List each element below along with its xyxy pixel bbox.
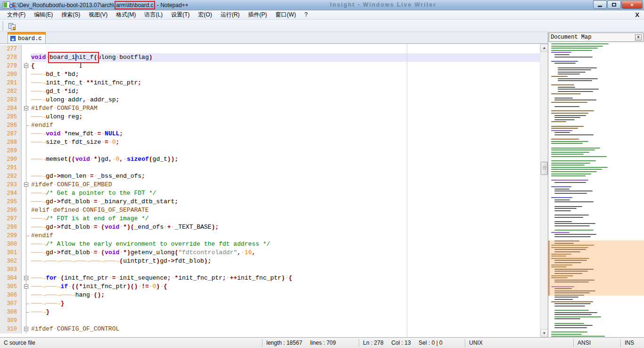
menu-item[interactable]: 插件(P) [244, 10, 271, 19]
fold-margin[interactable] [22, 104, 31, 113]
code-text: ───→───→if·((*init_fnc_ptr)()·!=·0)·{ [31, 282, 540, 291]
status-insert-mode[interactable]: INS [620, 339, 644, 347]
map-mini-line [550, 124, 643, 124]
scroll-down-arrow[interactable]: ▼ [540, 329, 548, 337]
map-mini-line [554, 299, 573, 300]
zoom-in-button[interactable]: + [7, 0, 17, 2]
code-text: #ifdef·CONFIG_PRAM [31, 104, 540, 113]
fold-margin[interactable] [22, 62, 31, 70]
maximize-button[interactable] [607, 0, 621, 9]
fold-margin[interactable] [22, 325, 31, 333]
code-editor[interactable]: 277278void·board_init_f(ulong·bootflag)2… [0, 44, 548, 337]
code-line-310[interactable]: 310#ifdef·CONFIG_OF_CONTROL [0, 325, 540, 333]
map-mini-line [558, 72, 586, 73]
map-mini-line [554, 223, 595, 224]
code-line-285[interactable]: 285───→ulong·reg; [0, 113, 540, 121]
code-line-290[interactable]: 290───→memset((void·*)gd,·0,·sizeof(gd_t… [0, 155, 540, 164]
map-mini-line [558, 78, 598, 79]
code-line-303[interactable]: 303 [0, 265, 540, 274]
menu-item[interactable]: 窗口(W) [271, 10, 300, 19]
line-number: 296 [0, 206, 22, 215]
document-map-body[interactable] [548, 42, 644, 337]
zoom-out-button[interactable]: − [7, 2, 17, 12]
code-line-301[interactable]: 301───→gd->fdt_blob·=·(void·*)getenv_ulo… [0, 249, 540, 257]
code-line-286[interactable]: 286#endif [0, 121, 540, 130]
scrollbar-thumb[interactable] [541, 162, 548, 175]
map-mini-line [551, 154, 584, 155]
map-mini-line [554, 297, 578, 298]
code-text [31, 147, 540, 155]
scroll-up-arrow[interactable]: ▲ [540, 44, 548, 52]
code-line-291[interactable]: 291 [0, 164, 540, 172]
code-line-308[interactable]: 308───→} [0, 308, 540, 316]
menu-item[interactable]: 搜索(S) [57, 10, 84, 19]
map-mini-line [551, 50, 592, 51]
menu-item[interactable]: ? [300, 10, 312, 19]
code-line-283[interactable]: 283───→ulong·addr,·addr_sp; [0, 96, 540, 104]
document-map-viewport[interactable] [548, 240, 644, 296]
code-line-297[interactable]: 297───→/* FDT is at end of image */ [0, 215, 540, 223]
fold-margin[interactable] [22, 181, 31, 189]
menu-item[interactable]: 语言(L) [140, 10, 167, 19]
vertical-scrollbar[interactable]: ▲ ▼ [540, 44, 548, 337]
code-line-304[interactable]: 304───→for·(init_fnc_ptr·=·init_sequence… [0, 274, 540, 282]
code-line-289[interactable]: 289 [0, 147, 540, 155]
code-text: { [31, 62, 540, 70]
code-line-282[interactable]: 282───→gd_t·*id; [0, 87, 540, 96]
line-number: 286 [0, 121, 22, 130]
fold-margin [22, 206, 31, 215]
menu-item[interactable]: 设置(T) [167, 10, 194, 19]
code-line-299[interactable]: 299#endif [0, 232, 540, 240]
code-line-280[interactable]: 280───→bd_t·*bd; [0, 70, 540, 79]
close-button[interactable]: × [621, 0, 643, 9]
code-line-298[interactable]: 298───→gd->fdt_blob·=·(void·*)(_end_ofs·… [0, 223, 540, 232]
code-line-294[interactable]: 294───→/* Get a pointer to the FDT */ [0, 189, 540, 198]
map-mini-line [551, 48, 598, 49]
code-line-302[interactable]: 302───→───→───→───→───→───→(uintptr_t)gd… [0, 257, 540, 265]
code-line-293[interactable]: 293#ifdef·CONFIG_OF_EMBED [0, 181, 540, 189]
map-mini-line [554, 323, 584, 324]
toolbar: +--✂↶↷ab+−↩¶ϟ✎●■▶▶▶ABC∞ABC✓ [0, 20, 644, 32]
code-text: ───→/* Allow the early environment to ov… [31, 240, 540, 249]
code-line-287[interactable]: 287───→void·*new_fdt·=·NULL; [0, 130, 540, 138]
map-mini-line [550, 145, 643, 146]
code-line-306[interactable]: 306───→───→───→hang·(); [0, 291, 540, 299]
fold-margin[interactable] [22, 282, 31, 291]
document-map-close-button[interactable]: x [635, 34, 642, 41]
code-text: ───→gd_t·*id; [31, 87, 540, 96]
map-mini-line [554, 106, 579, 107]
code-text: ───→ulong·addr,·addr_sp; [31, 96, 540, 104]
fold-margin[interactable] [22, 274, 31, 282]
code-line-296[interactable]: 296#elif·defined·CONFIG_OF_SEPARATE [0, 206, 540, 215]
menu-item[interactable]: 运行(R) [216, 10, 244, 19]
fold-margin [22, 299, 31, 308]
code-line-281[interactable]: 281───→init_fnc_t·**init_fnc_ptr; [0, 79, 540, 87]
status-bar: C source file length : 18567 lines : 709… [0, 337, 644, 348]
code-line-309[interactable]: 309 [0, 316, 540, 325]
code-line-284[interactable]: 284#ifdef·CONFIG_PRAM [0, 104, 540, 113]
minimize-button[interactable] [593, 0, 607, 9]
tab-board.c[interactable]: board.c [8, 33, 46, 43]
code-text [31, 164, 540, 172]
fold-margin [22, 265, 31, 274]
code-line-288[interactable]: 288───→size_t·fdt_size·=·0; [0, 138, 540, 147]
map-mini-line [550, 137, 643, 138]
close-document-button[interactable]: X [635, 11, 639, 18]
code-line-295[interactable]: 295───→gd->fdt_blob·=·_binary_dt_dtb_sta… [0, 198, 540, 206]
map-mini-line [550, 219, 643, 220]
menu-item[interactable]: 视图(V) [84, 10, 112, 19]
code-text: void·board_init_f(ulong·bootflag) [31, 53, 540, 62]
menu-item[interactable]: 编辑(E) [30, 10, 57, 19]
map-mini-line [551, 148, 600, 149]
code-line-307[interactable]: 307───→───→} [0, 299, 540, 308]
code-text: #endif [31, 121, 540, 130]
code-line-300[interactable]: 300───→/* Allow the early environment to… [0, 240, 540, 249]
status-eol-format[interactable]: UNIX [465, 339, 573, 347]
menu-item[interactable]: 宏(O) [194, 10, 216, 19]
status-encoding[interactable]: ANSI [573, 339, 620, 347]
map-mini-line [551, 167, 608, 168]
menu-item[interactable]: 格式(M) [112, 10, 140, 19]
sync-vertical-scroll-button[interactable] [7, 21, 17, 31]
code-line-292[interactable]: 292───→gd->mon_len·=·_bss_end_ofs; [0, 172, 540, 181]
code-line-305[interactable]: 305───→───→if·((*init_fnc_ptr)()·!=·0)·{ [0, 282, 540, 291]
